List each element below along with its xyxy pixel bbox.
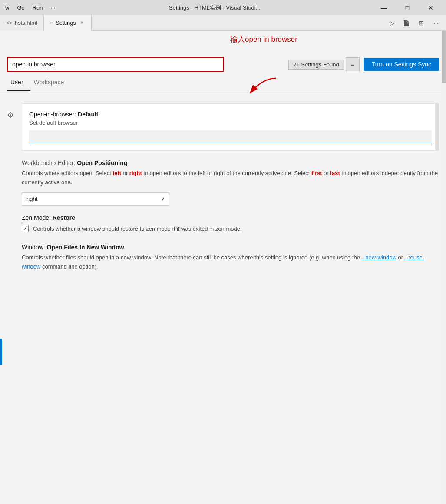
- more-actions-button[interactable]: ···: [429, 17, 443, 29]
- search-input[interactable]: [7, 57, 224, 72]
- open-positioning-dropdown[interactable]: right ∨: [22, 192, 169, 206]
- tab-settings[interactable]: ≡ Settings ✕: [44, 15, 92, 31]
- open-positioning-left: left: [113, 170, 122, 176]
- open-positioning-desc2: to open editors to the left or right of …: [142, 170, 311, 176]
- open-positioning-breadcrumb: Workbench › Editor:: [22, 159, 77, 166]
- tab-hsts-icon: <>: [6, 20, 12, 26]
- tab-user[interactable]: User: [7, 75, 30, 91]
- menu-bar[interactable]: w Go Run ···: [5, 4, 55, 11]
- menu-item-more[interactable]: ···: [51, 4, 56, 11]
- window-controls[interactable]: — □ ✕: [374, 0, 441, 15]
- open-positioning-or2: or: [322, 170, 330, 176]
- tab-settings-label: Settings: [56, 20, 76, 26]
- zen-mode-section: Zen Mode: Restore ✓ Controls whether a w…: [0, 206, 446, 234]
- scrollbar-thumb[interactable]: [442, 31, 446, 83]
- open-positioning-section: Workbench › Editor: Open Positioning Con…: [0, 151, 446, 206]
- menu-item-go[interactable]: Go: [17, 4, 24, 11]
- tab-bar: <> hsts.html ≡ Settings ✕ ▷ ⊞ ···: [0, 15, 446, 31]
- tab-settings-close[interactable]: ✕: [79, 20, 85, 26]
- annotation-text: 输入open in browser: [230, 34, 297, 44]
- zen-title-text: Zen Mode:: [22, 214, 53, 221]
- chevron-down-icon: ∨: [161, 196, 165, 202]
- window-open-files-title: Window: Open Files In New Window: [22, 244, 439, 251]
- search-results-badge: 21 Settings Found: [288, 60, 344, 70]
- split-editor-button[interactable]: ⊞: [415, 17, 428, 29]
- open-positioning-or1: or: [121, 170, 129, 176]
- open-positioning-desc: Controls where editors open. Select left…: [22, 169, 439, 187]
- tab-workspace[interactable]: Workspace: [30, 75, 71, 91]
- annotation-area: 输入open in browser: [0, 31, 446, 57]
- window-title-bold: Open Files In New Window: [47, 244, 124, 251]
- open-in-browser-title: Open-in-browser: Default: [29, 111, 432, 118]
- menu-item-w[interactable]: w: [5, 4, 9, 11]
- open-positioning-title: Workbench › Editor: Open Positioning: [22, 159, 439, 166]
- open-in-browser-desc: Set default browser: [29, 119, 432, 126]
- tab-hsts-label: hsts.html: [15, 20, 37, 26]
- main-content: ⚙ Open-in-browser: Default Set default b…: [0, 91, 446, 272]
- open-in-browser-title-text: Open-in-browser:: [29, 111, 78, 118]
- run-button[interactable]: ▷: [385, 17, 398, 29]
- zen-title-bold: Restore: [53, 214, 75, 221]
- window-desc2: command-line option).: [40, 263, 98, 270]
- menu-item-run[interactable]: Run: [33, 4, 43, 11]
- window-or: or: [396, 254, 405, 261]
- open-in-browser-title-bold: Default: [78, 111, 98, 118]
- filter-button[interactable]: ≡: [346, 57, 360, 71]
- open-positioning-title-bold: Open Positioning: [77, 159, 127, 166]
- tab-hsts[interactable]: <> hsts.html: [0, 15, 44, 31]
- settings-tabs: User Workspace: [0, 72, 446, 91]
- title-bar: w Go Run ··· Settings - HTML实例 - Visual …: [0, 0, 446, 15]
- tab-settings-icon: ≡: [50, 20, 53, 26]
- open-positioning-right: right: [129, 170, 142, 176]
- open-in-browser-input[interactable]: [29, 130, 432, 143]
- zen-mode-checkbox[interactable]: ✓: [22, 225, 29, 232]
- tab-bar-actions: ▷ ⊞ ···: [385, 17, 446, 29]
- zen-mode-desc: Controls whether a window should restore…: [33, 225, 242, 234]
- open-in-browser-card: Open-in-browser: Default Set default bro…: [22, 103, 439, 151]
- window-title-text: Window:: [22, 244, 47, 251]
- settings-gear-icon: ⚙: [7, 110, 14, 120]
- zen-mode-title: Zen Mode: Restore: [22, 214, 439, 221]
- dropdown-value: right: [26, 196, 37, 202]
- sync-button[interactable]: Turn on Settings Sync: [364, 58, 439, 71]
- close-button[interactable]: ✕: [421, 0, 441, 15]
- window-open-files-desc: Controls whether files should open in a …: [22, 253, 439, 272]
- file-icon-button[interactable]: [400, 17, 413, 29]
- window-open-files-section: Window: Open Files In New Window Control…: [0, 233, 446, 272]
- minimize-button[interactable]: —: [374, 0, 394, 15]
- annotation-label: 输入open in browser: [230, 35, 297, 43]
- open-in-browser-section: ⚙ Open-in-browser: Default Set default b…: [0, 103, 446, 151]
- new-window-link[interactable]: --new-window: [362, 254, 396, 261]
- page-scrollbar[interactable]: [442, 31, 446, 504]
- open-positioning-first: first: [311, 170, 322, 176]
- scroll-accent: [0, 339, 2, 365]
- open-positioning-desc1: Controls where editors open. Select: [22, 170, 113, 176]
- zen-checkbox-row: ✓ Controls whether a window should resto…: [22, 225, 439, 234]
- window-title: Settings - HTML实例 - Visual Studi...: [59, 4, 370, 12]
- card-scrollbar: [435, 104, 439, 150]
- window-desc1: Controls whether files should open in a …: [22, 254, 362, 261]
- search-area: 21 Settings Found ≡ Turn on Settings Syn…: [0, 57, 446, 72]
- maximize-button[interactable]: □: [397, 0, 417, 15]
- checkmark-icon: ✓: [23, 225, 27, 232]
- open-positioning-last: last: [330, 170, 340, 176]
